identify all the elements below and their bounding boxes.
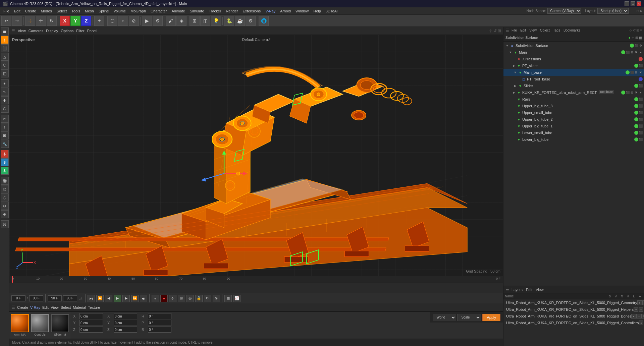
toolbar-y-axis[interactable]: Y: [70, 16, 80, 26]
left-subdivide[interactable]: ⊞: [1, 131, 9, 139]
mat-menu-material[interactable]: Material: [73, 305, 86, 309]
li-v2[interactable]: ○: [639, 307, 643, 312]
obj-upper-big-tube-1[interactable]: ▼ Upper_big_tube_1 ⬛: [503, 123, 644, 129]
pb-next-frame[interactable]: ▶: [122, 295, 130, 302]
left-extra1[interactable]: ⌘: [1, 220, 9, 228]
menu-mograph[interactable]: MoGraph: [128, 8, 148, 14]
obj-pt-root-base[interactable]: ◻ PT_root_base: [503, 76, 644, 82]
pb-dope[interactable]: ▦: [224, 295, 232, 302]
obj-upper-small-tube[interactable]: ▼ Upper_small_tube ⬛: [503, 109, 644, 116]
toolbar-paint[interactable]: 🖌: [166, 16, 176, 26]
apply-button[interactable]: Apply: [482, 314, 500, 321]
menu-edit[interactable]: Edit: [12, 8, 22, 14]
obj-xpressions[interactable]: X XPressions: [503, 56, 644, 62]
obj-rails[interactable]: ▼ Rails ⬛: [503, 96, 644, 103]
toolbar-undo[interactable]: ↩: [1, 16, 11, 26]
obj-slider[interactable]: ▶ ▼ Slider ⬛: [503, 82, 644, 89]
obj-lower-big-tube[interactable]: ▼ Lower_big_tube ⬛: [503, 136, 644, 143]
obj-lower-small-tube[interactable]: ▼ Lower_small_tube ⬛: [503, 129, 644, 136]
toolbar-redo[interactable]: ↪: [12, 16, 22, 26]
timeline-track[interactable]: [9, 283, 503, 293]
pb-key2[interactable]: ⊞: [178, 295, 185, 302]
lp-menu-icon[interactable]: ☰: [505, 287, 509, 292]
obj-upper-big-tube-2[interactable]: ▼ Upper_big_tube_2 ⬛: [503, 116, 644, 123]
pb-graph[interactable]: 📈: [233, 295, 240, 302]
toolbar-cylinder[interactable]: ⊘: [129, 16, 139, 26]
pb-record-active[interactable]: ●: [160, 295, 168, 302]
rph-bookmarks[interactable]: Bookmarks: [562, 28, 581, 33]
li-s1[interactable]: ●: [637, 300, 642, 305]
mat-menu-icon[interactable]: ☰: [11, 305, 15, 310]
pb-lock[interactable]: 🔒: [195, 295, 203, 302]
layout-icons[interactable]: ☰ □ ⚙: [633, 9, 643, 13]
close-button[interactable]: ✕: [637, 1, 641, 6]
viewport-menu-filter[interactable]: Filter: [76, 29, 84, 33]
viewport-menu-icon[interactable]: ☰: [11, 28, 15, 33]
left-s1[interactable]: $: [1, 150, 9, 158]
viewport[interactable]: Perspective Default Camera.*: [9, 35, 503, 276]
swatch-slider-m[interactable]: Slider_M: [51, 314, 69, 336]
menu-3dtoall[interactable]: 3DToAll: [324, 8, 340, 14]
menu-tools[interactable]: Tools: [69, 8, 82, 14]
menu-modes[interactable]: Modes: [39, 8, 54, 14]
obj-pt-slider[interactable]: ▶ ▼ PT_slider ⬛: [503, 62, 644, 69]
rp-menu-icon[interactable]: ☰: [505, 28, 509, 33]
mat-menu-view[interactable]: View: [51, 305, 59, 309]
left-extrude[interactable]: ↑: [1, 123, 9, 131]
menu-arnold[interactable]: Arnold: [278, 8, 293, 14]
coord-x1-input[interactable]: [79, 313, 103, 319]
menu-animate[interactable]: Animate: [169, 8, 187, 14]
left-points[interactable]: ⬛: [1, 44, 9, 52]
layout-dropdown[interactable]: Startup (User): [597, 8, 629, 14]
li-s3[interactable]: ●: [631, 314, 636, 319]
li-s4[interactable]: ●: [639, 321, 643, 325]
toolbar-scale[interactable]: ✛: [36, 16, 46, 26]
left-add[interactable]: +: [1, 79, 9, 88]
pb-prev-key[interactable]: ⏪: [96, 295, 104, 302]
coord-y1-input[interactable]: [79, 320, 103, 326]
menu-spline[interactable]: Spline: [97, 8, 111, 14]
lp-view[interactable]: View: [535, 287, 545, 292]
left-move-tool[interactable]: ⊹: [1, 36, 9, 44]
coord-p-input[interactable]: [148, 320, 171, 326]
viewport-menu-cameras[interactable]: Cameras: [29, 29, 44, 33]
pb-cams[interactable]: ◎: [186, 295, 194, 302]
minimize-button[interactable]: ─: [625, 1, 629, 6]
rph-edit[interactable]: Edit: [519, 28, 527, 33]
pb-to-end[interactable]: ⏭: [140, 295, 147, 302]
toolbar-light[interactable]: 💡: [211, 16, 221, 26]
left-paint3[interactable]: ⊙: [1, 202, 9, 210]
viewport-menu-panel[interactable]: Panel: [87, 29, 97, 33]
left-sculpt[interactable]: ◎: [1, 185, 9, 193]
menu-window[interactable]: Window: [293, 8, 311, 14]
menu-create[interactable]: Create: [23, 8, 38, 14]
left-body-paint[interactable]: 🔘: [1, 177, 9, 185]
left-magnet[interactable]: 🔧: [1, 140, 9, 148]
pb-next-key[interactable]: ⏩: [131, 295, 139, 302]
toolbar-play[interactable]: ▶: [142, 16, 152, 26]
coord-x2-input[interactable]: [114, 313, 137, 319]
toolbar-grid[interactable]: ⊞: [190, 16, 200, 26]
left-polygons[interactable]: ⬡: [1, 61, 9, 69]
obj-subdivision-surface[interactable]: ▼ ◈ Subdivision Surface ⬛ ⚙: [503, 42, 644, 49]
left-lasso[interactable]: ⬮: [1, 96, 9, 104]
obj-main-base[interactable]: ▼ ▼ Main_base ⬛ ⊞ ✖: [503, 69, 644, 76]
left-s3[interactable]: $: [1, 167, 9, 175]
toolbar-material[interactable]: ◈: [176, 16, 186, 26]
menu-help[interactable]: Help: [311, 8, 323, 14]
coord-z1-input[interactable]: [79, 327, 103, 333]
lp-layers[interactable]: Layers: [511, 287, 524, 292]
mat-menu-vray[interactable]: V-Ray: [30, 305, 40, 309]
playback-frame-out[interactable]: [63, 295, 77, 301]
toolbar-python[interactable]: 🐍: [224, 16, 234, 26]
pb-onion[interactable]: ⊗: [213, 295, 220, 302]
menu-file[interactable]: File: [1, 8, 11, 14]
pb-loop[interactable]: ⟳: [204, 295, 211, 302]
left-s2[interactable]: $: [1, 158, 9, 166]
li-s2[interactable]: ●: [634, 307, 638, 312]
coord-h-input[interactable]: [148, 313, 171, 319]
menu-tracker[interactable]: Tracker: [207, 8, 223, 14]
rph-object[interactable]: Object: [539, 28, 551, 33]
li-r3[interactable]: ⊞: [641, 314, 644, 319]
left-uvw[interactable]: ◫: [1, 69, 9, 77]
